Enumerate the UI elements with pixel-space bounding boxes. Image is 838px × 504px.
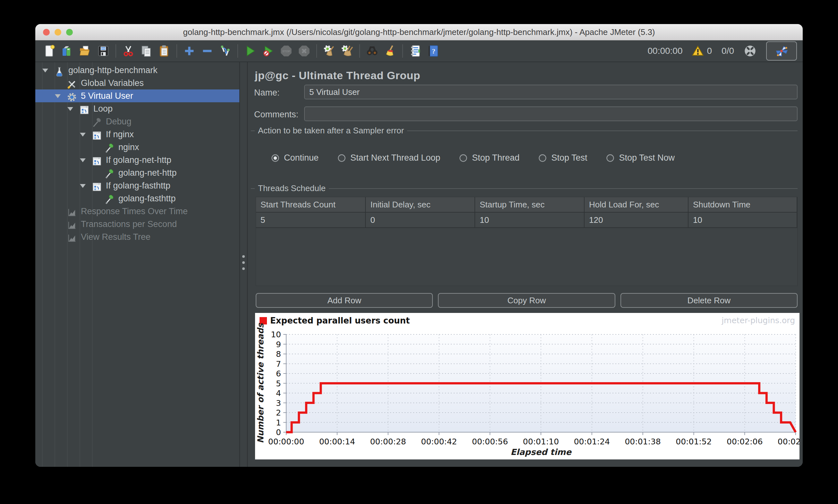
svg-text:00:01:10: 00:01:10 — [523, 437, 559, 446]
warning-count: 0 — [707, 46, 712, 56]
tree-node-golang-fasthttp[interactable]: golang-fasthttp — [35, 192, 239, 205]
plugins-manager-button[interactable] — [766, 41, 797, 60]
copy-row-button[interactable]: Copy Row — [438, 293, 615, 308]
paste-button[interactable] — [155, 42, 173, 60]
radio-start-next-thread-loop[interactable]: Start Next Thread Loop — [337, 153, 440, 163]
column-header[interactable]: Startup Time, sec — [475, 197, 584, 212]
svg-text:00:00:56: 00:00:56 — [472, 437, 508, 446]
radio-icon[interactable] — [459, 154, 468, 163]
start-button[interactable] — [241, 42, 259, 60]
radio-continue[interactable]: Continue — [271, 153, 318, 163]
column-header[interactable]: Start Threads Count — [256, 197, 366, 212]
templates-icon — [61, 44, 74, 57]
svg-text:5: 5 — [276, 379, 281, 388]
svg-text:00:01:24: 00:01:24 — [574, 437, 610, 446]
cut-button[interactable] — [119, 42, 137, 60]
content-area: golang-http-benchmarkGlobal Variables5 V… — [35, 62, 803, 467]
stop-icon: STOP — [280, 44, 293, 57]
dropper-green-icon — [104, 195, 115, 205]
tree-node-label: golang-http-benchmark — [68, 66, 158, 75]
radio-icon[interactable] — [337, 154, 346, 163]
open-file-button[interactable] — [76, 42, 94, 60]
tree-node-if-golang-net-http[interactable]: If golang-net-http — [35, 154, 239, 166]
legend-label: Expected parallel users count — [270, 316, 410, 325]
tree-node-transactions-per-second[interactable]: Transactions per Second — [35, 218, 239, 231]
radio-stop-test[interactable]: Stop Test — [538, 153, 587, 163]
expand-toggle-icon[interactable] — [67, 107, 73, 111]
schedule-cell[interactable]: 10 — [475, 213, 584, 227]
expand-toggle-icon[interactable] — [55, 94, 60, 98]
zoom-window-button[interactable] — [66, 29, 73, 36]
threads-preview-graph: 01234567891000:00:0000:00:1400:00:2800:0… — [255, 313, 800, 460]
svg-text:00:00:00: 00:00:00 — [268, 437, 304, 446]
radio-stop-thread[interactable]: Stop Thread — [459, 153, 520, 163]
templates-button[interactable] — [58, 42, 76, 60]
tree-node-loop[interactable]: Loop — [35, 102, 239, 115]
tree-node-label: golang-fasthttp — [118, 194, 176, 203]
expand-toggle-icon[interactable] — [42, 69, 48, 72]
svg-text:00:00:28: 00:00:28 — [370, 437, 406, 446]
copy-button[interactable] — [137, 42, 155, 60]
delete-row-button[interactable]: Delete Row — [621, 293, 798, 308]
function-helper-button[interactable] — [406, 42, 424, 60]
column-header[interactable]: Initial Delay, sec — [366, 197, 475, 212]
chart-icon — [67, 208, 77, 218]
splitter-grip[interactable] — [242, 255, 245, 270]
svg-text:2: 2 — [276, 408, 281, 417]
name-field[interactable] — [304, 85, 798, 100]
schedule-cell[interactable]: 0 — [366, 213, 475, 227]
add-row-button[interactable]: Add Row — [256, 293, 433, 308]
start-no-timers-button[interactable] — [259, 42, 277, 60]
schedule-cell[interactable]: 120 — [584, 213, 688, 227]
reset-gui-button[interactable] — [216, 42, 234, 60]
tree-node-golang-http-benchmark[interactable]: golang-http-benchmark — [35, 64, 239, 77]
expand-toggle-icon[interactable] — [80, 133, 86, 137]
tree-node-nginx[interactable]: nginx — [35, 141, 239, 154]
radio-icon[interactable] — [606, 154, 615, 163]
remove-element-button[interactable] — [198, 42, 216, 60]
column-header[interactable]: Hold Load For, sec — [584, 197, 688, 212]
schedule-cell[interactable]: 5 — [256, 213, 366, 227]
save-button[interactable] — [94, 42, 112, 60]
tree-node-debug[interactable]: Debug — [35, 115, 239, 128]
help-button[interactable]: ? — [424, 42, 442, 60]
tree-node-view-results-tree[interactable]: View Results Tree — [35, 231, 239, 244]
tree-node-if-golang-fasthttp[interactable]: If golang-fasthttp — [35, 179, 239, 192]
radio-label: Continue — [284, 153, 318, 163]
tree-node-5-virtual-user[interactable]: 5 Virtual User — [35, 89, 239, 102]
tree-node-global-variables[interactable]: Global Variables — [35, 77, 239, 89]
radio-icon[interactable] — [271, 154, 280, 163]
shutdown-button — [295, 42, 313, 60]
log-warnings-indicator[interactable]: 0 — [692, 45, 712, 57]
tree-node-label: If nginx — [106, 129, 134, 140]
window-title: golang-http-benchmark.jmx (/Users/nicola… — [35, 24, 803, 40]
clear-button[interactable] — [320, 42, 338, 60]
expand-toggle-icon[interactable] — [80, 158, 86, 162]
comments-label: Comments: — [254, 110, 298, 120]
tree-node-label: View Results Tree — [81, 232, 151, 242]
clear-search-button[interactable] — [381, 42, 399, 60]
new-test-plan-button[interactable] — [40, 42, 58, 60]
tree-node-if-nginx[interactable]: If nginx — [35, 128, 239, 141]
clear-all-button[interactable] — [338, 42, 356, 60]
add-element-button[interactable] — [180, 42, 198, 60]
close-window-button[interactable] — [43, 29, 50, 36]
tree-node-golang-net-http[interactable]: golang-net-http — [35, 166, 239, 179]
expand-toggle-icon[interactable] — [80, 184, 86, 188]
panel-title: jp@gc - Ultimate Thread Group — [255, 69, 420, 82]
tree-node-response-times-over-time[interactable]: Response Times Over Time — [35, 205, 239, 218]
column-header[interactable]: Shutdown Time — [688, 197, 797, 212]
radio-icon[interactable] — [538, 154, 547, 163]
remote-start-icon[interactable] — [744, 44, 756, 57]
toolbar-status: 00:00:00 0 0/0 — [647, 40, 797, 61]
toolbar: STOP? 00:00:00 0 0/0 — [35, 40, 803, 62]
minimize-window-button[interactable] — [54, 29, 61, 36]
row-buttons: Add RowCopy RowDelete Row — [256, 293, 798, 308]
start-icon — [244, 44, 257, 57]
schedule-cell[interactable]: 10 — [688, 213, 797, 227]
search-button[interactable] — [363, 42, 381, 60]
radio-stop-test-now[interactable]: Stop Test Now — [606, 153, 675, 163]
comments-field[interactable] — [304, 106, 798, 121]
panel-splitter[interactable] — [240, 62, 248, 467]
sampler-error-options: ContinueStart Next Thread LoopStop Threa… — [271, 153, 675, 163]
